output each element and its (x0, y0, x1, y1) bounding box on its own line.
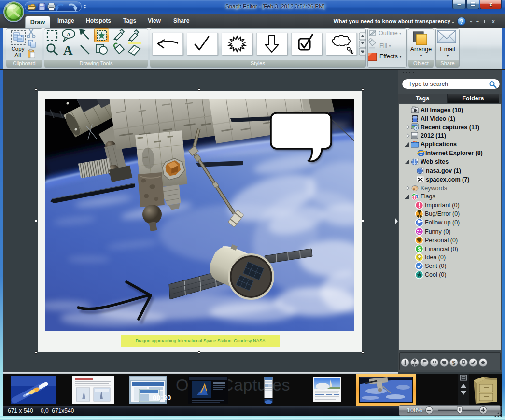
svg-text:A: A (63, 43, 73, 57)
svg-text:A: A (67, 31, 70, 37)
svg-text:$: $ (452, 360, 456, 366)
svg-text:00:20: 00:20 (153, 393, 171, 402)
svg-text:$: $ (418, 246, 421, 252)
